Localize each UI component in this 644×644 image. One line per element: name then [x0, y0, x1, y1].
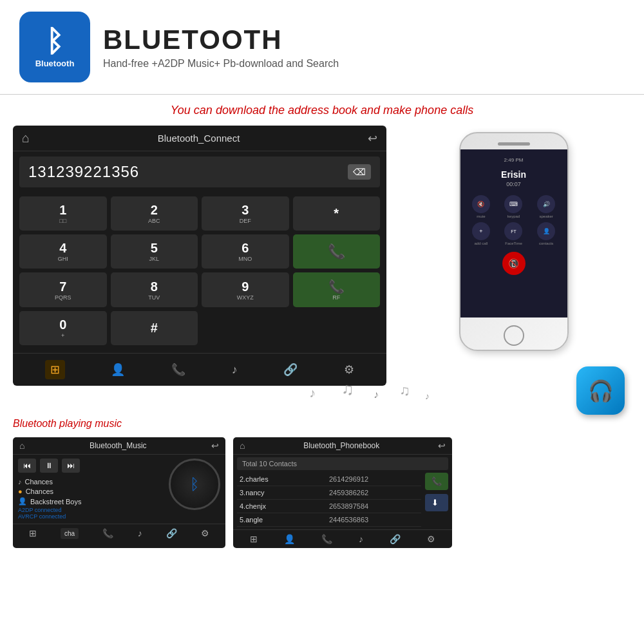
album-bt-icon: ᛒ [190, 475, 199, 493]
keypad-grid: 1□□ 2ABC 3DEF * 4GHI 5JKL 6MNO 📞 7PQRS 8… [13, 193, 386, 349]
music-nav-settings[interactable]: ⚙ [201, 528, 209, 539]
key-4[interactable]: 4GHI [19, 234, 107, 269]
pb-name-4: 4.chenjx [240, 502, 329, 510]
phone-contacts-btn[interactable]: 👤 [537, 222, 555, 240]
nav-grid-icon[interactable]: ⊞ [45, 360, 65, 379]
pb-download-button[interactable]: ⬇ [425, 494, 448, 511]
key-hash[interactable]: # [111, 311, 198, 345]
phone-duration: 00:07 [506, 181, 521, 187]
music-nav-phone[interactable]: 📞 [102, 528, 113, 539]
a2dp-status: A2DP connected [18, 507, 164, 513]
pb-contact-2: 2.charles 2614296912 [237, 473, 421, 486]
key-1[interactable]: 1□□ [19, 196, 107, 231]
pb-contact-3: 3.nancy 2459386262 [237, 486, 421, 500]
pb-name-2: 2.charles [240, 475, 329, 483]
phone-home-btn[interactable] [504, 325, 524, 346]
music-screen-titlebar: ⌂ Bluetooth_Music ↩ [13, 437, 225, 455]
track-1-name: Chances [25, 478, 53, 486]
phone-mock: 2:49 PM Erisin 00:07 🔇 mute ⌨ keypad 🔊 s… [459, 132, 569, 351]
key-7[interactable]: 7PQRS [19, 272, 107, 307]
phone-addcall-btn[interactable]: + [472, 222, 490, 240]
phone-mute-btn[interactable]: 🔇 [472, 195, 490, 213]
pb-number-4: 2653897584 [329, 502, 419, 510]
key-0[interactable]: 0+ [19, 311, 107, 345]
music-left-panel: ⏮ ⏸ ⏭ ♪ Chances ● Chances 👤 Backstree [18, 459, 164, 520]
music-home-icon[interactable]: ⌂ [19, 440, 24, 451]
key-star[interactable]: * [293, 196, 381, 231]
artist-icon: 👤 [18, 497, 27, 506]
track-2-name: Chances [26, 488, 53, 495]
track-2-icon: ● [18, 488, 23, 495]
music-back-icon[interactable]: ↩ [211, 440, 219, 451]
pb-nav-note[interactable]: ♪ [359, 534, 363, 544]
music-screen-title: Bluetooth_Music [90, 441, 147, 450]
key-6[interactable]: 6MNO [202, 234, 289, 269]
home-icon[interactable]: ⌂ [22, 131, 30, 146]
phone-speaker [498, 142, 530, 146]
backspace-button[interactable]: ⌫ [348, 164, 371, 180]
phonebook-titlebar: ⌂ Bluetooth_Phonebook ↩ [233, 437, 452, 455]
key-9[interactable]: 9WXYZ [202, 272, 289, 307]
nav-link-icon[interactable]: 🔗 [283, 363, 298, 377]
phone-speaker-btn[interactable]: 🔊 [537, 195, 555, 213]
key-3[interactable]: 3DEF [202, 196, 289, 231]
key-8[interactable]: 8TUV [111, 272, 198, 307]
phone-addcall-label: add call [467, 242, 496, 245]
play-button[interactable]: ⏸ [40, 459, 58, 473]
pb-nav-grid[interactable]: ⊞ [250, 534, 258, 544]
header-text-block: BLUETOOTH Hand-free +A2DP Music+ Pb-down… [103, 24, 339, 70]
pb-contact-5: 5.angle 2446536863 [237, 513, 421, 527]
music-nav-link[interactable]: 🔗 [166, 528, 177, 539]
pb-back-icon[interactable]: ↩ [438, 440, 446, 451]
header: ᛒ Bluetooth BLUETOOTH Hand-free +A2DP Mu… [0, 0, 644, 95]
key-2[interactable]: 2ABC [111, 196, 198, 231]
phonebook-bottom-nav: ⊞ 👤 📞 ♪ 🔗 ⚙ [233, 529, 452, 548]
phonebook-list: 2.charles 2614296912 3.nancy 2459386262 … [237, 473, 421, 527]
dialpad-screen-title: Bluetooth_Connect [158, 133, 240, 144]
music-note-3: ♪ [374, 389, 379, 401]
prev-button[interactable]: ⏮ [18, 459, 36, 473]
pb-contact-4: 4.chenjx 2653897584 [237, 500, 421, 513]
dial-display: 131239221356 ⌫ [19, 156, 380, 187]
pb-nav-link[interactable]: 🔗 [390, 534, 401, 544]
phone-contacts-label: contacts [532, 242, 561, 245]
back-icon[interactable]: ↩ [368, 131, 377, 146]
music-controls: ⏮ ⏸ ⏭ [18, 459, 164, 473]
call2-button[interactable]: 📞RF [293, 272, 381, 307]
phone-end-call-btn[interactable]: 📵 [502, 252, 526, 275]
bluetooth-symbol: ᛒ [46, 26, 64, 56]
nav-settings-icon[interactable]: ⚙ [344, 363, 354, 377]
key-5[interactable]: 5JKL [111, 234, 198, 269]
music-nav-note[interactable]: ♪ [138, 528, 142, 539]
music-nav-grid[interactable]: ⊞ [29, 528, 37, 539]
pb-call-button[interactable]: 📞 [425, 473, 448, 490]
nav-music-icon[interactable]: ♪ [232, 363, 238, 377]
phone-mute-label: mute [467, 214, 496, 218]
pb-number-5: 2446536863 [329, 516, 419, 524]
phone-keypad-btn[interactable]: ⌨ [504, 195, 522, 213]
music-section-wrapper: ♪ ♫ ♪ ♫ ♪ 🎧 Bluetooth playing music ⌂ Bl… [0, 386, 644, 548]
dialpad-titlebar: ⌂ Bluetooth_Connect ↩ [13, 126, 386, 151]
phonebook-screen-title: Bluetooth_Phonebook [303, 441, 379, 450]
music-screen: ⌂ Bluetooth_Music ↩ ⏮ ⏸ ⏭ ♪ Chances [13, 437, 225, 548]
call-button[interactable]: 📞 [293, 234, 381, 269]
music-search-box[interactable]: cha [61, 528, 79, 539]
pb-nav-phone[interactable]: 📞 [321, 534, 332, 544]
phone-facetime-btn[interactable]: FT [504, 222, 522, 240]
pb-number-2: 2614296912 [329, 475, 419, 483]
music-bottom-nav: ⊞ cha 📞 ♪ 🔗 ⚙ [13, 524, 225, 543]
track-2: ● Chances [18, 488, 164, 495]
pb-nav-settings[interactable]: ⚙ [427, 534, 435, 544]
pb-home-icon[interactable]: ⌂ [240, 440, 245, 451]
nav-contacts-icon[interactable]: 👤 [111, 363, 125, 377]
bottom-subtitle: Bluetooth playing music [0, 418, 644, 430]
nav-phone-icon[interactable]: 📞 [171, 363, 185, 377]
phone-facetime-label: FaceTime [499, 242, 528, 245]
phone-speaker-label: speaker [532, 214, 561, 218]
music-notes-area: ♪ ♫ ♪ ♫ ♪ 🎧 [0, 386, 644, 412]
phone-status: 2:49 PM [504, 157, 524, 163]
pb-nav-contacts[interactable]: 👤 [284, 534, 295, 544]
dialpad-bottom-nav: ⊞ 👤 📞 ♪ 🔗 ⚙ [13, 353, 386, 386]
track-1: ♪ Chances [18, 478, 164, 486]
next-button[interactable]: ⏭ [62, 459, 80, 473]
